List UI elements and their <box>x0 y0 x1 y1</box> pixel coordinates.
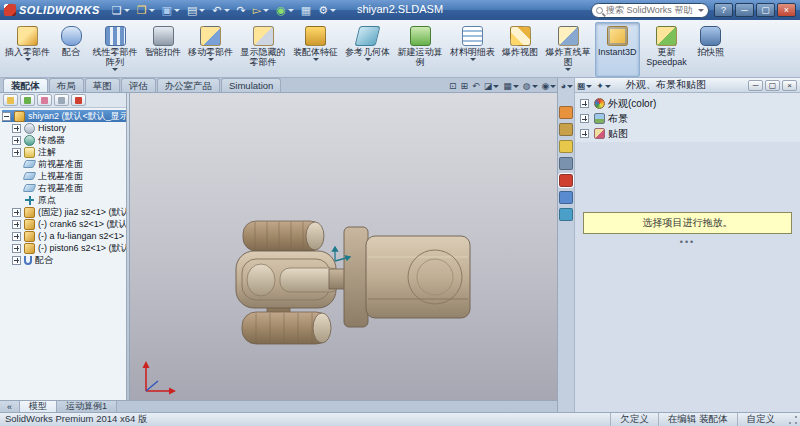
display-manager-tab-icon[interactable] <box>71 94 86 106</box>
status-item[interactable]: 欠定义 <box>610 413 658 426</box>
open-icon[interactable]: ❐ <box>135 2 157 18</box>
tree-item[interactable]: 原点 <box>2 194 126 206</box>
forum-tab-icon[interactable] <box>559 208 573 221</box>
tree-expander[interactable] <box>580 129 589 138</box>
configuration-manager-tab-icon[interactable] <box>37 94 52 106</box>
dimxpert-manager-tab-icon[interactable] <box>54 94 69 106</box>
redo-icon[interactable]: ↷ <box>235 2 248 18</box>
ribbon-button[interactable]: Instant3D <box>595 22 640 77</box>
file-properties-icon[interactable]: ▦ <box>299 2 313 18</box>
graphics-area[interactable]: ⊡ ⊞ ↶ <box>130 93 557 400</box>
view-palette-tab-icon[interactable] <box>559 157 573 170</box>
appearances-tree-item[interactable]: 布景 <box>580 112 795 125</box>
window-resize-grip[interactable] <box>788 415 798 425</box>
assembly-model[interactable] <box>130 93 557 400</box>
ribbon-button[interactable]: 拍快照 <box>694 22 728 77</box>
tree-expander[interactable] <box>12 196 21 205</box>
display-style-icon[interactable]: ◍ <box>522 80 539 92</box>
pane-resize-grip[interactable]: ••• <box>575 237 800 247</box>
document-tab[interactable]: 运动算例1 <box>57 401 117 412</box>
ribbon-button[interactable]: 显示隐藏的零部件 <box>237 22 289 77</box>
ribbon-button[interactable]: 参考几何体 <box>342 22 393 77</box>
tree-expander[interactable] <box>12 256 21 265</box>
pane-minimize-button[interactable]: ─ <box>748 80 763 91</box>
close-button[interactable]: × <box>777 3 796 17</box>
edit-appearance-icon[interactable]: ◕ <box>559 80 573 92</box>
tree-item[interactable]: 上视基准面 <box>2 170 126 182</box>
solidworks-resources-tab-icon[interactable] <box>559 106 573 119</box>
search-input[interactable] <box>606 5 693 15</box>
view-settings-icon[interactable]: ✦ <box>595 80 612 92</box>
search-scope-chevron-icon[interactable] <box>698 9 704 12</box>
print-icon[interactable]: ▤ <box>185 2 207 18</box>
hide-show-items-icon[interactable]: ◉ <box>541 80 558 92</box>
ribbon-button[interactable]: 插入零部件 <box>2 22 53 77</box>
status-item[interactable]: 自定义 <box>737 413 785 426</box>
ribbon-tab[interactable]: 草图 <box>85 78 120 92</box>
tree-expander[interactable] <box>2 112 11 121</box>
tab-scroll-left-button[interactable]: « <box>0 401 20 412</box>
ribbon-tab[interactable]: 评估 <box>121 78 156 92</box>
tree-expander[interactable] <box>12 232 21 241</box>
custom-properties-tab-icon[interactable] <box>559 191 573 204</box>
ribbon-tab[interactable]: 办公室产品 <box>157 78 221 92</box>
ribbon-tab[interactable]: 布局 <box>49 78 84 92</box>
options-gear-icon[interactable]: ⚙ <box>316 2 338 18</box>
ribbon-button[interactable]: 新建运动算例 <box>394 22 446 77</box>
tree-expander[interactable] <box>12 124 21 133</box>
view-orientation-icon[interactable]: ▦ <box>502 80 520 92</box>
tree-expander[interactable] <box>12 160 21 169</box>
tree-expander[interactable] <box>12 208 21 217</box>
zoom-area-icon[interactable]: ⊞ <box>460 80 470 92</box>
appearances-tab-icon[interactable] <box>559 174 573 187</box>
property-manager-tab-icon[interactable] <box>20 94 35 106</box>
tree-item[interactable]: (-) crank6 s2<1> (默认<<默 <box>2 218 126 230</box>
save-icon[interactable]: ▣ <box>160 2 182 18</box>
help-button[interactable]: ? <box>714 3 733 17</box>
file-explorer-tab-icon[interactable] <box>559 140 573 153</box>
new-document-icon[interactable]: ❏ <box>110 2 132 18</box>
rebuild-icon[interactable]: ◉ <box>274 2 296 18</box>
zoom-fit-icon[interactable]: ⊡ <box>448 80 458 92</box>
tree-expander[interactable] <box>12 184 21 193</box>
appearances-tree-item[interactable]: 外观(color) <box>580 97 795 110</box>
tree-expander[interactable] <box>580 99 589 108</box>
section-view-icon[interactable]: ◪ <box>483 80 501 92</box>
previous-view-icon[interactable]: ↶ <box>471 80 481 92</box>
undo-icon[interactable]: ↶ <box>210 2 231 18</box>
apply-scene-icon[interactable]: ▨ <box>576 80 594 92</box>
tree-item[interactable]: History <box>2 122 126 134</box>
feature-manager-tab-icon[interactable] <box>3 94 18 106</box>
maximize-button[interactable]: ▢ <box>756 3 775 17</box>
tree-expander[interactable] <box>12 244 21 253</box>
tree-item[interactable]: (-) piston6 s2<1> (默认<<默) <box>2 242 126 254</box>
ribbon-button[interactable]: 更新 Speedpak <box>641 22 693 77</box>
ribbon-button[interactable]: 爆炸直线草图 <box>542 22 594 77</box>
tree-expander[interactable] <box>580 114 589 123</box>
tree-item[interactable]: (固定) jia2 s2<1> (默认<<默 <box>2 206 126 218</box>
pane-close-button[interactable]: × <box>782 80 797 91</box>
ribbon-tab[interactable]: Simulation <box>221 78 281 92</box>
ribbon-button[interactable]: 配合 <box>54 22 88 77</box>
tree-item[interactable]: 右视基准面 <box>2 182 126 194</box>
tree-expander[interactable] <box>12 136 21 145</box>
ribbon-button[interactable]: 智能扣件 <box>142 22 184 77</box>
ribbon-button[interactable]: 线性零部件阵列 <box>89 22 141 77</box>
ribbon-button[interactable]: 移动零部件 <box>185 22 236 77</box>
tree-expander[interactable] <box>12 172 21 181</box>
tree-item[interactable]: 传感器 <box>2 134 126 146</box>
ribbon-tab[interactable]: 装配体 <box>3 78 48 92</box>
pane-maximize-button[interactable]: ▢ <box>765 80 780 91</box>
tree-expander[interactable] <box>12 148 21 157</box>
tree-item[interactable]: 前视基准面 <box>2 158 126 170</box>
tree-item[interactable]: 配合 <box>2 254 126 266</box>
ribbon-button[interactable]: 爆炸视图 <box>499 22 541 77</box>
tree-item[interactable]: (-) a fu-liangan s2<1> (默认 <box>2 230 126 242</box>
select-icon[interactable]: ▻ <box>251 2 271 18</box>
minimize-button[interactable]: ─ <box>735 3 754 17</box>
ribbon-button[interactable]: 材料明细表 <box>447 22 498 77</box>
appearances-tree-item[interactable]: 贴图 <box>580 127 795 140</box>
ribbon-button[interactable]: 装配体特征 <box>290 22 341 77</box>
tree-item[interactable]: shiyan2 (默认<默认_显示状态-1 <box>2 110 126 122</box>
status-item[interactable]: 在编辑 装配体 <box>658 413 737 426</box>
